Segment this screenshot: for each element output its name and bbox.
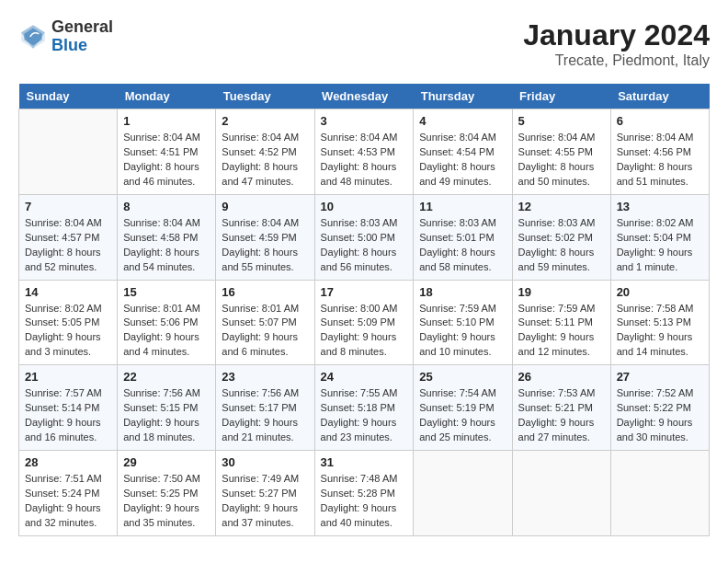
day-number: 25 bbox=[419, 370, 506, 384]
header-day-friday: Friday bbox=[512, 84, 610, 109]
calendar-cell: 29Sunrise: 7:50 AMSunset: 5:25 PMDayligh… bbox=[118, 451, 216, 536]
day-info: Sunrise: 7:53 AMSunset: 5:21 PMDaylight:… bbox=[518, 386, 605, 445]
day-number: 23 bbox=[222, 370, 308, 384]
day-number: 2 bbox=[222, 114, 308, 128]
calendar-cell: 2Sunrise: 8:04 AMSunset: 4:52 PMDaylight… bbox=[216, 109, 314, 195]
day-number: 31 bbox=[321, 455, 408, 469]
day-info: Sunrise: 8:03 AMSunset: 5:00 PMDaylight:… bbox=[321, 216, 408, 275]
day-info: Sunrise: 7:59 AMSunset: 5:10 PMDaylight:… bbox=[419, 302, 506, 361]
day-number: 12 bbox=[518, 200, 605, 213]
day-number: 6 bbox=[617, 114, 703, 128]
calendar-cell bbox=[19, 109, 118, 195]
week-row-1: 1Sunrise: 8:04 AMSunset: 4:51 PMDaylight… bbox=[19, 109, 710, 195]
calendar-cell: 3Sunrise: 8:04 AMSunset: 4:53 PMDaylight… bbox=[314, 109, 414, 195]
calendar-cell: 7Sunrise: 8:04 AMSunset: 4:57 PMDaylight… bbox=[19, 194, 118, 280]
header-day-sunday: Sunday bbox=[19, 84, 118, 109]
calendar-cell: 11Sunrise: 8:03 AMSunset: 5:01 PMDayligh… bbox=[414, 194, 512, 280]
day-number: 30 bbox=[222, 455, 308, 469]
calendar-cell: 25Sunrise: 7:54 AMSunset: 5:19 PMDayligh… bbox=[414, 365, 512, 451]
day-info: Sunrise: 8:04 AMSunset: 4:54 PMDaylight:… bbox=[419, 131, 506, 190]
calendar-cell: 15Sunrise: 8:01 AMSunset: 5:06 PMDayligh… bbox=[118, 280, 216, 365]
calendar-cell bbox=[610, 451, 709, 536]
day-number: 29 bbox=[123, 455, 210, 469]
day-number: 28 bbox=[25, 455, 111, 469]
day-info: Sunrise: 8:04 AMSunset: 4:59 PMDaylight:… bbox=[222, 216, 308, 275]
day-number: 9 bbox=[222, 200, 308, 213]
calendar-cell: 18Sunrise: 7:59 AMSunset: 5:10 PMDayligh… bbox=[414, 280, 512, 365]
day-info: Sunrise: 8:04 AMSunset: 4:53 PMDaylight:… bbox=[321, 131, 408, 190]
day-info: Sunrise: 8:04 AMSunset: 4:57 PMDaylight:… bbox=[25, 216, 111, 275]
calendar-cell: 30Sunrise: 7:49 AMSunset: 5:27 PMDayligh… bbox=[216, 451, 314, 536]
calendar-cell: 1Sunrise: 8:04 AMSunset: 4:51 PMDaylight… bbox=[118, 109, 216, 195]
day-info: Sunrise: 8:01 AMSunset: 5:07 PMDaylight:… bbox=[222, 302, 308, 361]
day-info: Sunrise: 8:03 AMSunset: 5:02 PMDaylight:… bbox=[518, 216, 605, 275]
calendar-cell: 16Sunrise: 8:01 AMSunset: 5:07 PMDayligh… bbox=[216, 280, 314, 365]
calendar-table: SundayMondayTuesdayWednesdayThursdayFrid… bbox=[18, 84, 710, 536]
calendar-header: SundayMondayTuesdayWednesdayThursdayFrid… bbox=[19, 84, 710, 109]
calendar-cell: 8Sunrise: 8:04 AMSunset: 4:58 PMDaylight… bbox=[118, 194, 216, 280]
header-row: SundayMondayTuesdayWednesdayThursdayFrid… bbox=[19, 84, 710, 109]
day-number: 16 bbox=[222, 285, 308, 299]
day-number: 17 bbox=[321, 285, 408, 299]
calendar-cell: 23Sunrise: 7:56 AMSunset: 5:17 PMDayligh… bbox=[216, 365, 314, 451]
calendar-cell: 22Sunrise: 7:56 AMSunset: 5:15 PMDayligh… bbox=[118, 365, 216, 451]
day-number: 21 bbox=[25, 370, 111, 384]
day-number: 7 bbox=[25, 200, 111, 213]
calendar-cell: 21Sunrise: 7:57 AMSunset: 5:14 PMDayligh… bbox=[19, 365, 118, 451]
day-number: 22 bbox=[123, 370, 210, 384]
calendar-cell: 17Sunrise: 8:00 AMSunset: 5:09 PMDayligh… bbox=[314, 280, 414, 365]
calendar-cell: 28Sunrise: 7:51 AMSunset: 5:24 PMDayligh… bbox=[19, 451, 118, 536]
header-day-tuesday: Tuesday bbox=[216, 84, 314, 109]
day-info: Sunrise: 8:04 AMSunset: 4:51 PMDaylight:… bbox=[123, 131, 210, 190]
day-info: Sunrise: 7:54 AMSunset: 5:19 PMDaylight:… bbox=[419, 386, 506, 445]
day-number: 5 bbox=[518, 114, 605, 128]
day-number: 13 bbox=[617, 200, 703, 213]
calendar-cell: 24Sunrise: 7:55 AMSunset: 5:18 PMDayligh… bbox=[314, 365, 414, 451]
day-number: 24 bbox=[321, 370, 408, 384]
calendar-cell bbox=[414, 451, 512, 536]
calendar-body: 1Sunrise: 8:04 AMSunset: 4:51 PMDaylight… bbox=[19, 109, 710, 536]
header-day-wednesday: Wednesday bbox=[314, 84, 414, 109]
day-number: 18 bbox=[419, 285, 506, 299]
day-info: Sunrise: 7:48 AMSunset: 5:28 PMDaylight:… bbox=[321, 472, 408, 531]
day-number: 11 bbox=[419, 200, 506, 213]
calendar-cell: 6Sunrise: 8:04 AMSunset: 4:56 PMDaylight… bbox=[610, 109, 709, 195]
logo: General Blue bbox=[18, 18, 113, 55]
day-info: Sunrise: 7:55 AMSunset: 5:18 PMDaylight:… bbox=[321, 386, 408, 445]
day-info: Sunrise: 7:56 AMSunset: 5:17 PMDaylight:… bbox=[222, 386, 308, 445]
calendar-cell: 14Sunrise: 8:02 AMSunset: 5:05 PMDayligh… bbox=[19, 280, 118, 365]
logo-icon bbox=[18, 22, 48, 52]
day-info: Sunrise: 7:49 AMSunset: 5:27 PMDaylight:… bbox=[222, 472, 308, 531]
day-number: 10 bbox=[321, 200, 408, 213]
header-day-monday: Monday bbox=[118, 84, 216, 109]
calendar-cell: 10Sunrise: 8:03 AMSunset: 5:00 PMDayligh… bbox=[314, 194, 414, 280]
day-number: 14 bbox=[25, 285, 111, 299]
day-info: Sunrise: 8:04 AMSunset: 4:58 PMDaylight:… bbox=[123, 216, 210, 275]
week-row-3: 14Sunrise: 8:02 AMSunset: 5:05 PMDayligh… bbox=[19, 280, 710, 365]
day-number: 20 bbox=[617, 285, 703, 299]
day-info: Sunrise: 7:51 AMSunset: 5:24 PMDaylight:… bbox=[25, 472, 111, 531]
logo-general: General bbox=[51, 18, 113, 37]
day-info: Sunrise: 7:50 AMSunset: 5:25 PMDaylight:… bbox=[123, 472, 210, 531]
day-info: Sunrise: 8:03 AMSunset: 5:01 PMDaylight:… bbox=[419, 216, 506, 275]
calendar-cell: 20Sunrise: 7:58 AMSunset: 5:13 PMDayligh… bbox=[610, 280, 709, 365]
week-row-4: 21Sunrise: 7:57 AMSunset: 5:14 PMDayligh… bbox=[19, 365, 710, 451]
day-number: 15 bbox=[123, 285, 210, 299]
day-info: Sunrise: 8:00 AMSunset: 5:09 PMDaylight:… bbox=[321, 302, 408, 361]
day-number: 19 bbox=[518, 285, 605, 299]
title-block: January 2024 Trecate, Piedmont, Italy bbox=[523, 18, 710, 69]
calendar-cell: 26Sunrise: 7:53 AMSunset: 5:21 PMDayligh… bbox=[512, 365, 610, 451]
week-row-2: 7Sunrise: 8:04 AMSunset: 4:57 PMDaylight… bbox=[19, 194, 710, 280]
day-number: 26 bbox=[518, 370, 605, 384]
calendar-cell: 5Sunrise: 8:04 AMSunset: 4:55 PMDaylight… bbox=[512, 109, 610, 195]
day-number: 1 bbox=[123, 114, 210, 128]
page-header: General Blue January 2024 Trecate, Piedm… bbox=[18, 18, 710, 69]
calendar-cell: 19Sunrise: 7:59 AMSunset: 5:11 PMDayligh… bbox=[512, 280, 610, 365]
day-info: Sunrise: 7:56 AMSunset: 5:15 PMDaylight:… bbox=[123, 386, 210, 445]
calendar-cell: 4Sunrise: 8:04 AMSunset: 4:54 PMDaylight… bbox=[414, 109, 512, 195]
page-title: January 2024 bbox=[523, 18, 710, 52]
day-number: 4 bbox=[419, 114, 506, 128]
day-info: Sunrise: 8:01 AMSunset: 5:06 PMDaylight:… bbox=[123, 302, 210, 361]
header-day-saturday: Saturday bbox=[610, 84, 709, 109]
day-info: Sunrise: 8:04 AMSunset: 4:55 PMDaylight:… bbox=[518, 131, 605, 190]
